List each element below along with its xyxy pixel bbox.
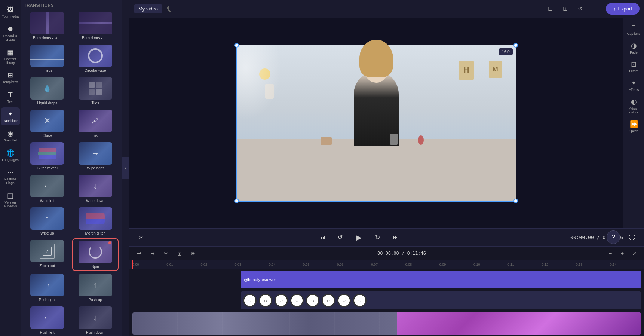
transition-barn-doors-ve[interactable]: Barn doors - ve... (24, 10, 71, 42)
playhead[interactable] (132, 260, 133, 269)
fullscreen-button[interactable]: ⛶ (626, 232, 638, 244)
rs-speed[interactable]: ⏩ Speed (624, 118, 644, 135)
transition-liquid-drops[interactable]: 💧 Liquid drops (24, 76, 71, 107)
trim-button[interactable]: ✂ (135, 232, 147, 244)
handle-bottom-left[interactable] (234, 199, 239, 203)
transition-wipe-right[interactable]: → Wipe right (72, 141, 119, 172)
rs-fade[interactable]: ◑ Fade (624, 39, 644, 56)
transition-thirds[interactable]: Thirds (24, 43, 71, 74)
sidebar-item-languages[interactable]: 🌐 Languages (1, 146, 20, 164)
thumb-spin (79, 241, 112, 263)
label-circular-wipe: Circular wipe (85, 68, 106, 73)
ruler-mark-10: 0:10 (473, 263, 507, 266)
resize-icon[interactable]: ⊞ (559, 3, 571, 15)
sidebar-item-brand-kit[interactable]: ◉ Brand kit (1, 127, 20, 145)
adjust-colors-icon: ◐ (631, 98, 637, 106)
sidebar-item-record-create[interactable]: ⏺ Record & create (1, 22, 20, 44)
label-tiles: Tiles (91, 101, 99, 105)
thumb-tiles (79, 77, 112, 100)
feature-flags-icon: ⋯ (6, 168, 15, 177)
handle-top-right[interactable] (513, 43, 518, 48)
icons-track-clip[interactable]: ○ ○ ○ ○ ○ ○ ○ ○ (241, 291, 641, 309)
ruler-mark-13: 0:13 (576, 263, 610, 266)
track-row-text: @beautyreviewer (129, 269, 644, 290)
cut-button[interactable]: ✂ (161, 248, 171, 259)
track-content-icons[interactable]: ○ ○ ○ ○ ○ ○ ○ ○ (132, 291, 641, 309)
label-morph-glitch: Morph glitch (85, 231, 105, 235)
rs-filters[interactable]: ⊡ Filters (624, 58, 644, 75)
playback-left-controls: ✂ (135, 232, 147, 244)
rewind-button[interactable]: ⏮ (316, 232, 328, 244)
transition-push-left[interactable]: ← Push left (24, 305, 71, 336)
transition-morph-glitch[interactable]: Morph glitch (72, 206, 119, 237)
sidebar-item-text[interactable]: T Text (1, 88, 20, 106)
wipe-left-icon: ← (30, 175, 64, 197)
sidebar-item-version[interactable]: ◫ Version e8bed50 (1, 189, 20, 211)
transition-spin[interactable]: Spin (72, 238, 119, 271)
fit-timeline-button[interactable]: ⤢ (629, 248, 640, 259)
thumb-zoom-out: ↗ (30, 240, 64, 262)
undo-history-icon[interactable]: ↺ (574, 3, 586, 15)
transition-circular-wipe[interactable]: Circular wipe (72, 43, 119, 74)
captions-icon: ≡ (632, 23, 636, 31)
transition-close[interactable]: ✕ Close (24, 108, 71, 139)
sidebar-item-content-library[interactable]: ▦ Content library (1, 46, 20, 67)
transition-wipe-up[interactable]: ↑ Wipe up (24, 206, 71, 237)
tl-total-time: 0:11:46 (407, 251, 426, 256)
rs-effects[interactable]: ✦ Effects (624, 77, 644, 94)
thumb-wipe-left: ← (30, 175, 64, 197)
center-workspace: My video ⏾ ⊡ ⊞ ↺ ⋯ ↑ Export (129, 0, 644, 336)
forward5-button[interactable]: ↻ (372, 232, 384, 244)
text-track-clip[interactable]: @beautyreviewer (241, 271, 641, 288)
transition-glitch-reveal[interactable]: Glitch reveal (24, 141, 71, 172)
video-clip-left[interactable] (132, 312, 397, 335)
play-button[interactable]: ▶ (352, 231, 366, 244)
transition-ink[interactable]: 🖋 Ink (72, 108, 119, 139)
aspect-ratio-badge[interactable]: 16:9 (499, 48, 513, 55)
sidebar-label-brand-kit: Brand kit (4, 139, 17, 143)
transition-wipe-down[interactable]: ↓ Wipe down (72, 173, 119, 204)
more-options-icon[interactable]: ⋯ (589, 3, 601, 15)
thumb-push-down: ↓ (79, 306, 112, 329)
transition-wipe-left[interactable]: ← Wipe left (24, 173, 71, 204)
video-clip-right[interactable] (397, 312, 641, 335)
transition-push-up[interactable]: ↑ Push up (72, 272, 119, 303)
handle-bottom-right[interactable] (513, 199, 518, 203)
crop-icon[interactable]: ⊡ (545, 3, 556, 15)
zoom-in-button[interactable]: + (617, 248, 628, 259)
export-button[interactable]: ↑ Export (606, 3, 640, 15)
sidebar-item-transitions[interactable]: ✦ Transitions (1, 107, 20, 125)
transition-zoom-out[interactable]: ↗ Zoom out (24, 238, 71, 271)
video-track-combined[interactable] (132, 312, 641, 335)
loop-icon-4: ○ (290, 294, 304, 307)
help-button[interactable]: ? (607, 230, 620, 244)
back5-button[interactable]: ↺ (334, 232, 346, 244)
thumb-thirds (30, 45, 64, 67)
sidebar-item-feature-flags[interactable]: ⋯ Feature Flags (1, 166, 20, 187)
speed-icon: ⏩ (630, 120, 638, 128)
sidebar-item-your-media[interactable]: 🖼 Your media (1, 3, 20, 21)
export-icon: ↑ (613, 6, 616, 12)
track-content-text[interactable]: @beautyreviewer (132, 271, 641, 288)
wipe-right-icon: → (79, 142, 112, 165)
delete-button[interactable]: 🗑 (174, 248, 185, 259)
transition-push-right[interactable]: → Push right (24, 272, 71, 303)
redo-button[interactable]: ↪ (147, 248, 158, 259)
loop-icon-3: ○ (275, 294, 288, 307)
rs-captions[interactable]: ≡ Captions (624, 21, 644, 38)
transition-barn-doors-h[interactable]: Barn doors - h... (72, 10, 119, 42)
video-title-input[interactable]: My video (134, 4, 162, 13)
playback-right-controls: 00:00.00 / 0:11:46 ⛶ (570, 232, 638, 244)
sidebar-item-templates[interactable]: ⊞ Templates (1, 68, 20, 86)
thumb-wipe-up: ↑ (30, 207, 64, 230)
transition-tiles[interactable]: Tiles (72, 76, 119, 107)
handle-top-left[interactable] (234, 43, 239, 48)
undo-button[interactable]: ↩ (134, 248, 144, 259)
zoom-out-button[interactable]: − (605, 248, 616, 259)
panel-collapse-button[interactable]: ‹ (122, 157, 129, 179)
add-media-button[interactable]: ⊕ (188, 248, 198, 259)
rs-adjust-colors[interactable]: ◐ Adjust colors (624, 95, 644, 116)
next-button[interactable]: ⏭ (390, 232, 402, 244)
transition-push-down[interactable]: ↓ Push down (72, 305, 119, 336)
sidebar-label-record-create: Record & create (1, 34, 19, 42)
